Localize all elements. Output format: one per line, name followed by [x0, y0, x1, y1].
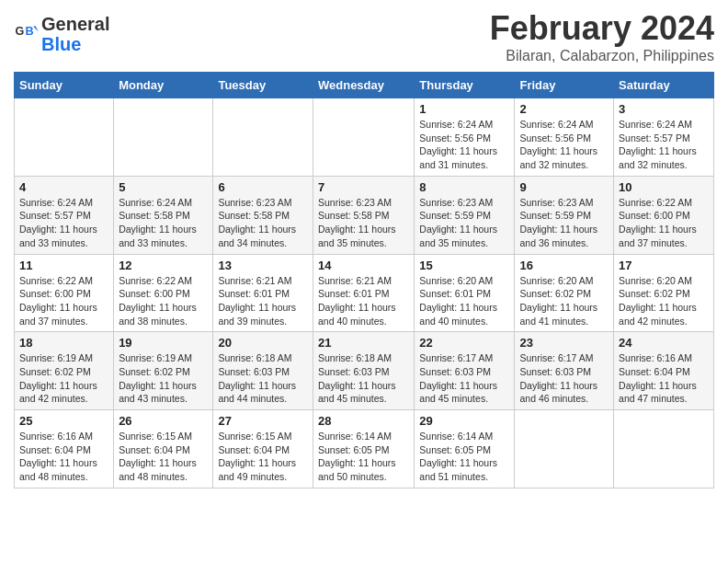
day-info: Sunrise: 6:22 AMSunset: 6:00 PMDaylight:… [119, 274, 208, 328]
day-number: 27 [218, 414, 308, 428]
day-info: Sunrise: 6:20 AMSunset: 6:02 PMDaylight:… [519, 274, 609, 328]
day-info: Sunrise: 6:14 AMSunset: 6:05 PMDaylight:… [419, 430, 509, 484]
calendar-cell: 7Sunrise: 6:23 AMSunset: 5:58 PMDaylight… [313, 176, 414, 254]
day-info: Sunrise: 6:20 AMSunset: 6:01 PMDaylight:… [419, 274, 509, 328]
calendar-cell: 29Sunrise: 6:14 AMSunset: 6:05 PMDayligh… [415, 410, 515, 488]
day-number: 23 [519, 336, 609, 350]
calendar-cell: 13Sunrise: 6:21 AMSunset: 6:01 PMDayligh… [213, 254, 313, 332]
day-info: Sunrise: 6:18 AMSunset: 6:03 PMDaylight:… [318, 351, 409, 406]
day-info: Sunrise: 6:24 AMSunset: 5:58 PMDaylight:… [119, 196, 208, 250]
day-info: Sunrise: 6:14 AMSunset: 6:05 PMDaylight:… [318, 430, 409, 484]
day-info: Sunrise: 6:24 AMSunset: 5:56 PMDaylight:… [419, 118, 509, 172]
calendar-cell [313, 98, 414, 177]
calendar-cell: 22Sunrise: 6:17 AMSunset: 6:03 PMDayligh… [415, 332, 515, 410]
day-info: Sunrise: 6:21 AMSunset: 6:01 PMDaylight:… [318, 274, 409, 328]
day-info: Sunrise: 6:22 AMSunset: 6:00 PMDaylight:… [619, 196, 709, 250]
svg-text:G: G [15, 25, 24, 38]
calendar-cell: 18Sunrise: 6:19 AMSunset: 6:02 PMDayligh… [15, 332, 114, 410]
day-number: 20 [218, 336, 308, 350]
page-subtitle: Bilaran, Calabarzon, Philippines [490, 48, 714, 64]
calendar-cell: 11Sunrise: 6:22 AMSunset: 6:00 PMDayligh… [15, 254, 114, 332]
calendar-cell [114, 98, 213, 177]
day-info: Sunrise: 6:23 AMSunset: 5:58 PMDaylight:… [218, 196, 308, 250]
day-number: 3 [619, 102, 709, 116]
day-number: 6 [218, 180, 308, 194]
calendar-cell: 12Sunrise: 6:22 AMSunset: 6:00 PMDayligh… [114, 254, 213, 332]
svg-text:B: B [26, 25, 34, 38]
calendar-cell: 15Sunrise: 6:20 AMSunset: 6:01 PMDayligh… [415, 254, 515, 332]
title-area: February 2024 Bilaran, Calabarzon, Phili… [490, 9, 714, 64]
day-number: 11 [19, 259, 108, 272]
day-info: Sunrise: 6:19 AMSunset: 6:02 PMDaylight:… [19, 351, 108, 406]
day-info: Sunrise: 6:19 AMSunset: 6:02 PMDaylight:… [119, 351, 208, 406]
calendar-cell [614, 410, 714, 488]
day-info: Sunrise: 6:17 AMSunset: 6:03 PMDaylight:… [419, 351, 509, 406]
column-header-tuesday: Tuesday [213, 73, 313, 98]
calendar-week-3: 11Sunrise: 6:22 AMSunset: 6:00 PMDayligh… [15, 254, 714, 332]
day-number: 2 [519, 102, 609, 116]
page-title: February 2024 [490, 9, 714, 48]
calendar-cell: 1Sunrise: 6:24 AMSunset: 5:56 PMDaylight… [415, 98, 515, 177]
calendar-cell: 16Sunrise: 6:20 AMSunset: 6:02 PMDayligh… [515, 254, 614, 332]
day-number: 12 [119, 259, 208, 272]
calendar-cell: 26Sunrise: 6:15 AMSunset: 6:04 PMDayligh… [114, 410, 213, 488]
day-info: Sunrise: 6:21 AMSunset: 6:01 PMDaylight:… [218, 274, 308, 328]
day-number: 4 [19, 180, 108, 194]
day-info: Sunrise: 6:16 AMSunset: 6:04 PMDaylight:… [19, 430, 108, 484]
day-number: 13 [218, 259, 308, 272]
calendar-cell: 23Sunrise: 6:17 AMSunset: 6:03 PMDayligh… [515, 332, 614, 410]
column-header-wednesday: Wednesday [313, 73, 414, 98]
calendar-cell: 14Sunrise: 6:21 AMSunset: 6:01 PMDayligh… [313, 254, 414, 332]
day-number: 25 [19, 414, 108, 428]
day-number: 28 [318, 414, 409, 428]
calendar-cell: 3Sunrise: 6:24 AMSunset: 5:57 PMDaylight… [614, 98, 714, 177]
header: G B General Blue February 2024 Bilaran, … [14, 9, 714, 64]
day-info: Sunrise: 6:16 AMSunset: 6:04 PMDaylight:… [619, 351, 709, 406]
calendar-cell [213, 98, 313, 177]
day-number: 19 [119, 336, 208, 350]
day-number: 8 [419, 180, 509, 194]
day-info: Sunrise: 6:20 AMSunset: 6:02 PMDaylight:… [619, 274, 709, 328]
day-number: 29 [419, 414, 509, 428]
calendar-cell: 6Sunrise: 6:23 AMSunset: 5:58 PMDaylight… [213, 176, 313, 254]
day-info: Sunrise: 6:18 AMSunset: 6:03 PMDaylight:… [218, 351, 308, 406]
column-header-thursday: Thursday [415, 73, 515, 98]
day-number: 1 [419, 102, 509, 116]
calendar-week-5: 25Sunrise: 6:16 AMSunset: 6:04 PMDayligh… [15, 410, 714, 488]
logo-text: General Blue [41, 14, 109, 54]
calendar-cell: 5Sunrise: 6:24 AMSunset: 5:58 PMDaylight… [114, 176, 213, 254]
calendar-week-2: 4Sunrise: 6:24 AMSunset: 5:57 PMDaylight… [15, 176, 714, 254]
day-info: Sunrise: 6:23 AMSunset: 5:59 PMDaylight:… [519, 196, 609, 250]
calendar-cell: 25Sunrise: 6:16 AMSunset: 6:04 PMDayligh… [15, 410, 114, 488]
day-info: Sunrise: 6:24 AMSunset: 5:57 PMDaylight:… [19, 196, 108, 250]
calendar-cell: 4Sunrise: 6:24 AMSunset: 5:57 PMDaylight… [15, 176, 114, 254]
calendar-cell: 9Sunrise: 6:23 AMSunset: 5:59 PMDaylight… [515, 176, 614, 254]
logo: G B General Blue [14, 14, 109, 54]
day-number: 26 [119, 414, 208, 428]
column-header-friday: Friday [515, 73, 614, 98]
day-info: Sunrise: 6:17 AMSunset: 6:03 PMDaylight:… [519, 351, 609, 406]
day-number: 5 [119, 180, 208, 194]
day-number: 7 [318, 180, 409, 194]
calendar-cell: 8Sunrise: 6:23 AMSunset: 5:59 PMDaylight… [415, 176, 515, 254]
calendar-table: SundayMondayTuesdayWednesdayThursdayFrid… [14, 72, 714, 488]
logo-icon: G B [14, 21, 40, 47]
calendar-cell: 21Sunrise: 6:18 AMSunset: 6:03 PMDayligh… [313, 332, 414, 410]
calendar-week-1: 1Sunrise: 6:24 AMSunset: 5:56 PMDaylight… [15, 98, 714, 177]
calendar-cell: 19Sunrise: 6:19 AMSunset: 6:02 PMDayligh… [114, 332, 213, 410]
day-number: 21 [318, 336, 409, 350]
calendar-cell: 20Sunrise: 6:18 AMSunset: 6:03 PMDayligh… [213, 332, 313, 410]
day-number: 18 [19, 336, 108, 350]
svg-marker-2 [33, 27, 39, 32]
calendar-cell: 2Sunrise: 6:24 AMSunset: 5:56 PMDaylight… [515, 98, 614, 177]
day-number: 9 [519, 180, 609, 194]
calendar-cell [15, 98, 114, 177]
column-header-monday: Monday [114, 73, 213, 98]
column-header-sunday: Sunday [15, 73, 114, 98]
day-number: 22 [419, 336, 509, 350]
column-header-saturday: Saturday [614, 73, 714, 98]
day-number: 14 [318, 259, 409, 272]
day-info: Sunrise: 6:23 AMSunset: 5:58 PMDaylight:… [318, 196, 409, 250]
day-info: Sunrise: 6:15 AMSunset: 6:04 PMDaylight:… [218, 430, 308, 484]
day-info: Sunrise: 6:15 AMSunset: 6:04 PMDaylight:… [119, 430, 208, 484]
